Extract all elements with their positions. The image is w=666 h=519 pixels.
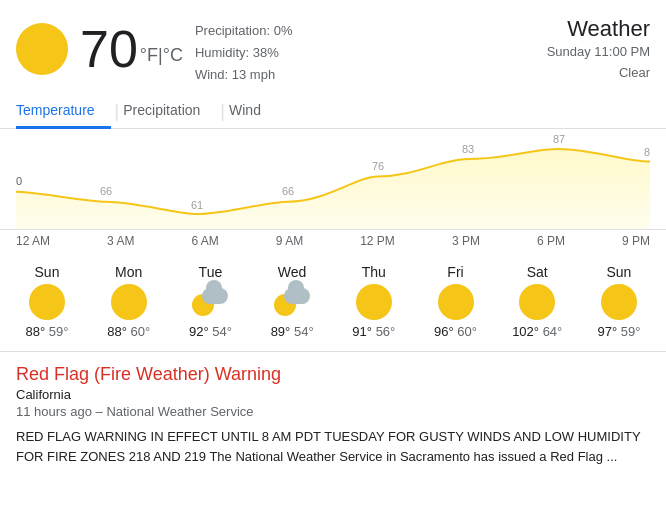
day-forecast: Sun 88° 59° Mon 88° 60° Tue 92° 54° Wed … [0, 256, 666, 352]
time-label-2: 6 AM [191, 234, 218, 248]
forecast-icon-partly-cloudy-2 [192, 284, 228, 320]
time-label-1: 3 AM [107, 234, 134, 248]
forecast-day-1: Mon 88° 60° [94, 264, 164, 339]
time-label-4: 12 PM [360, 234, 395, 248]
temperature-value: 70 [80, 20, 138, 78]
chart-label-4: 76 [372, 160, 384, 172]
time-labels: 12 AM 3 AM 6 AM 9 AM 12 PM 3 PM 6 PM 9 P… [0, 229, 666, 248]
forecast-icon-sun-4 [356, 284, 392, 320]
forecast-day-7: Sun 97° 59° [584, 264, 654, 339]
weather-condition: Clear [547, 63, 650, 84]
forecast-temps-5: 96° 60° [434, 324, 477, 339]
forecast-day-name-3: Wed [278, 264, 307, 280]
alert-location: California [16, 387, 650, 402]
time-label-3: 9 AM [276, 234, 303, 248]
chart-label-2: 61 [191, 199, 203, 211]
weather-details: Precipitation: 0% Humidity: 38% Wind: 13… [195, 12, 293, 86]
forecast-day-name-6: Sat [527, 264, 548, 280]
forecast-day-2: Tue 92° 54° [175, 264, 245, 339]
forecast-temps-3: 89° 54° [271, 324, 314, 339]
alert-source-name: National Weather Service [106, 404, 253, 419]
chart-label-3: 66 [282, 185, 294, 197]
forecast-icon-sun-1 [111, 284, 147, 320]
forecast-day-6: Sat 102° 64° [502, 264, 572, 339]
sun-icon [16, 23, 68, 75]
forecast-temps-6: 102° 64° [512, 324, 562, 339]
tab-precipitation[interactable]: Precipitation [123, 94, 216, 129]
forecast-day-name-1: Mon [115, 264, 142, 280]
weather-title: Weather [547, 16, 650, 42]
chart-label-1: 66 [100, 185, 112, 197]
forecast-day-5: Fri 96° 60° [421, 264, 491, 339]
precipitation-label: Precipitation: 0% [195, 20, 293, 42]
forecast-temps-1: 88° 60° [107, 324, 150, 339]
forecast-day-name-5: Fri [447, 264, 463, 280]
chart-label-7: 82 [644, 146, 650, 158]
tab-wind[interactable]: Wind [229, 94, 277, 129]
forecast-day-name-7: Sun [606, 264, 631, 280]
forecast-temps-4: 91° 56° [352, 324, 395, 339]
chart-label-6: 87 [553, 133, 565, 145]
alert-section: Red Flag (Fire Weather) Warning Californ… [0, 352, 666, 474]
forecast-icon-sun-5 [438, 284, 474, 320]
tab-divider-2: | [220, 101, 225, 122]
chart-svg: 70 66 61 66 76 83 87 82 [16, 129, 650, 229]
forecast-temps-7: 97° 59° [597, 324, 640, 339]
alert-time-ago: 11 hours ago [16, 404, 92, 419]
tabs-bar: Temperature | Precipitation | Wind [0, 94, 666, 129]
forecast-day-0: Sun 88° 59° [12, 264, 82, 339]
weather-header: 70°F|°C Precipitation: 0% Humidity: 38% … [0, 0, 666, 94]
forecast-icon-sun-0 [29, 284, 65, 320]
wind-label: Wind: 13 mph [195, 64, 293, 86]
forecast-temps-2: 92° 54° [189, 324, 232, 339]
time-label-5: 3 PM [452, 234, 480, 248]
forecast-day-name-2: Tue [199, 264, 223, 280]
time-label-0: 12 AM [16, 234, 50, 248]
tab-temperature[interactable]: Temperature [16, 94, 111, 129]
alert-source-separator: – [96, 404, 107, 419]
chart-label-0: 70 [16, 175, 22, 187]
weather-right: Weather Sunday 11:00 PM Clear [547, 12, 650, 84]
temperature-display: 70°F|°C [80, 23, 183, 75]
alert-title[interactable]: Red Flag (Fire Weather) Warning [16, 364, 650, 385]
time-label-7: 9 PM [622, 234, 650, 248]
weather-left: 70°F|°C Precipitation: 0% Humidity: 38% … [16, 12, 292, 86]
temp-unit: °F|°C [140, 45, 183, 65]
forecast-day-name-0: Sun [35, 264, 60, 280]
forecast-day-3: Wed 89° 54° [257, 264, 327, 339]
forecast-temps-0: 88° 59° [26, 324, 69, 339]
weather-day: Sunday 11:00 PM [547, 42, 650, 63]
time-label-6: 6 PM [537, 234, 565, 248]
forecast-icon-partly-cloudy-3 [274, 284, 310, 320]
tab-divider-1: | [115, 101, 120, 122]
forecast-icon-sun-7 [601, 284, 637, 320]
temperature-chart: 70 66 61 66 76 83 87 82 [0, 129, 666, 229]
forecast-icon-sun-6 [519, 284, 555, 320]
alert-source: 11 hours ago – National Weather Service [16, 404, 650, 419]
forecast-day-4: Thu 91° 56° [339, 264, 409, 339]
humidity-label: Humidity: 38% [195, 42, 293, 64]
chart-label-5: 83 [462, 143, 474, 155]
forecast-day-name-4: Thu [362, 264, 386, 280]
alert-body: RED FLAG WARNING IN EFFECT UNTIL 8 AM PD… [16, 427, 650, 466]
